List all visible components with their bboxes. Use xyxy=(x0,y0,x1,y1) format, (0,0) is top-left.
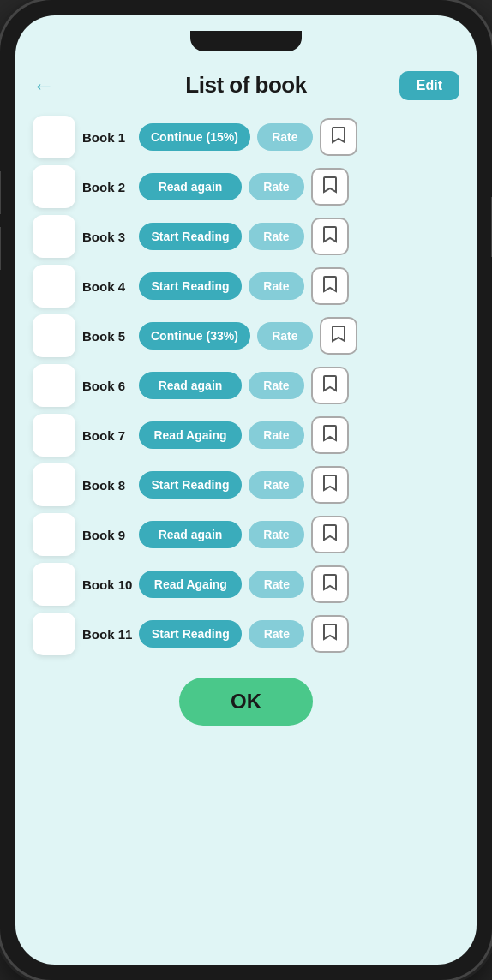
rate-button-7[interactable]: Rate xyxy=(249,421,304,449)
book-row: Book 4Start ReadingRate xyxy=(33,265,459,308)
book-row: Book 2Read againRate xyxy=(33,165,459,208)
book-name-6: Book 6 xyxy=(82,379,132,393)
rate-button-5[interactable]: Rate xyxy=(257,322,313,350)
bookmark-icon xyxy=(322,374,338,397)
book-row: Book 5Continue (33%)Rate xyxy=(33,314,459,357)
book-name-10: Book 10 xyxy=(82,577,132,592)
back-button[interactable]: ← xyxy=(33,75,55,97)
rate-button-3[interactable]: Rate xyxy=(249,223,304,250)
book-name-8: Book 8 xyxy=(82,478,132,493)
rate-button-6[interactable]: Rate xyxy=(249,372,304,399)
book-row: Book 3Start ReadingRate xyxy=(33,215,459,258)
book-name-3: Book 3 xyxy=(82,230,132,244)
action-button-8[interactable]: Start Reading xyxy=(139,471,242,499)
bookmark-button-8[interactable] xyxy=(311,466,349,504)
bookmark-icon xyxy=(331,325,346,348)
book-row: Book 11Start ReadingRate xyxy=(33,612,459,655)
bookmark-button-5[interactable] xyxy=(320,317,357,355)
rate-button-8[interactable]: Rate xyxy=(249,471,304,499)
bookmark-button-2[interactable] xyxy=(311,168,349,206)
action-button-6[interactable]: Read again xyxy=(139,372,242,399)
book-checkbox-1[interactable] xyxy=(33,116,75,158)
phone-screen: ← List of book Edit Book 1Continue (15%)… xyxy=(15,15,477,965)
screen-content: ← List of book Edit Book 1Continue (15%)… xyxy=(15,15,477,965)
book-list: Book 1Continue (15%)Rate Book 2Read agai… xyxy=(15,107,477,664)
book-checkbox-4[interactable] xyxy=(33,265,75,308)
book-name-5: Book 5 xyxy=(82,329,132,344)
bookmark-icon xyxy=(322,474,338,497)
bookmark-button-6[interactable] xyxy=(311,367,349,404)
bookmark-button-1[interactable] xyxy=(320,118,357,156)
bookmark-icon xyxy=(322,523,338,547)
action-button-2[interactable]: Read again xyxy=(139,173,242,200)
book-checkbox-5[interactable] xyxy=(33,314,75,357)
rate-button-4[interactable]: Rate xyxy=(249,272,304,300)
book-checkbox-7[interactable] xyxy=(33,414,75,457)
ok-button[interactable]: OK xyxy=(179,678,313,726)
bookmark-button-11[interactable] xyxy=(311,615,349,653)
action-button-5[interactable]: Continue (33%) xyxy=(139,322,250,350)
phone-frame: ← List of book Edit Book 1Continue (15%)… xyxy=(0,0,492,980)
book-name-11: Book 11 xyxy=(82,627,132,642)
edit-button[interactable]: Edit xyxy=(399,71,459,100)
book-row: Book 6Read againRate xyxy=(33,364,459,407)
action-button-9[interactable]: Read again xyxy=(139,521,242,548)
book-checkbox-11[interactable] xyxy=(33,612,75,655)
bookmark-button-3[interactable] xyxy=(311,218,349,255)
book-row: Book 8Start ReadingRate xyxy=(33,463,459,506)
rate-button-10[interactable]: Rate xyxy=(249,571,304,598)
action-button-7[interactable]: Read Againg xyxy=(139,421,242,449)
bookmark-button-10[interactable] xyxy=(311,565,349,603)
book-checkbox-3[interactable] xyxy=(33,215,75,258)
book-row: Book 1Continue (15%)Rate xyxy=(33,116,459,158)
notch xyxy=(190,31,302,51)
book-checkbox-10[interactable] xyxy=(33,563,75,606)
book-row: Book 10Read AgaingRate xyxy=(33,563,459,606)
rate-button-11[interactable]: Rate xyxy=(249,620,304,648)
bookmark-icon xyxy=(322,424,338,447)
bookmark-icon xyxy=(331,126,346,149)
ok-button-container: OK xyxy=(15,664,477,743)
rate-button-1[interactable]: Rate xyxy=(257,123,313,151)
book-checkbox-6[interactable] xyxy=(33,364,75,407)
bookmark-button-9[interactable] xyxy=(311,516,349,553)
book-row: Book 7Read AgaingRate xyxy=(33,414,459,457)
action-button-1[interactable]: Continue (15%) xyxy=(139,123,250,151)
page-title: List of book xyxy=(185,72,306,99)
action-button-4[interactable]: Start Reading xyxy=(139,272,242,300)
bookmark-button-7[interactable] xyxy=(311,416,349,454)
bookmark-button-4[interactable] xyxy=(311,267,349,305)
book-checkbox-2[interactable] xyxy=(33,165,75,208)
book-checkbox-8[interactable] xyxy=(33,463,75,506)
bookmark-icon xyxy=(322,176,338,199)
book-name-4: Book 4 xyxy=(82,279,132,294)
book-row: Book 9Read againRate xyxy=(33,513,459,556)
action-button-3[interactable]: Start Reading xyxy=(139,223,242,250)
bookmark-icon xyxy=(322,275,338,298)
book-name-2: Book 2 xyxy=(82,180,132,194)
action-button-10[interactable]: Read Againg xyxy=(139,571,242,598)
rate-button-9[interactable]: Rate xyxy=(249,521,304,548)
book-checkbox-9[interactable] xyxy=(33,513,75,556)
bookmark-icon xyxy=(322,225,338,248)
book-name-1: Book 1 xyxy=(82,130,132,145)
book-name-7: Book 7 xyxy=(82,428,132,443)
bookmark-icon xyxy=(322,623,338,646)
action-button-11[interactable]: Start Reading xyxy=(139,620,242,648)
header: ← List of book Edit xyxy=(15,58,477,107)
rate-button-2[interactable]: Rate xyxy=(249,173,304,200)
bookmark-icon xyxy=(322,573,338,596)
book-name-9: Book 9 xyxy=(82,528,132,542)
